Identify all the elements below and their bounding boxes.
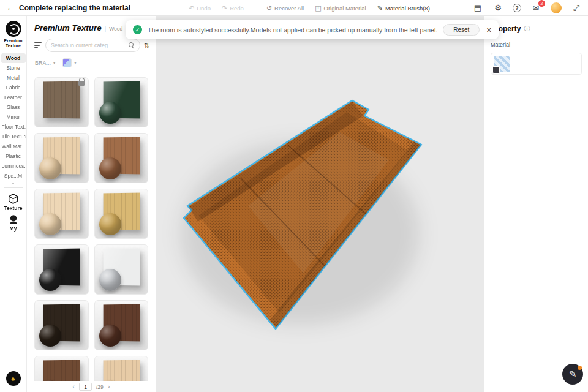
filter-icon[interactable] xyxy=(34,42,42,48)
sidebar-item-floor-text[interactable]: Floor Text... xyxy=(1,122,26,132)
search-row: ⇅ xyxy=(34,39,149,52)
notification-badge: 2 xyxy=(538,0,545,7)
material-preview xyxy=(35,301,88,350)
material-tile[interactable] xyxy=(34,133,89,183)
asset-library-icon[interactable]: ▤ xyxy=(472,2,483,13)
material-tile[interactable] xyxy=(94,356,149,381)
material-grid xyxy=(34,77,148,381)
color-filter-dropdown[interactable] xyxy=(62,58,72,67)
sidebar-item-metal[interactable]: Metal xyxy=(1,73,26,83)
search-box xyxy=(45,39,140,52)
toolbar-original-material-button[interactable]: ◳Original Material xyxy=(315,4,366,12)
scene xyxy=(156,16,484,392)
help-icon[interactable]: ? xyxy=(513,4,521,12)
toolbar-label: Redo xyxy=(230,5,244,12)
panel-title-divider: | xyxy=(105,26,106,32)
edit-fab-button[interactable]: ✎ xyxy=(562,364,583,385)
next-page-icon[interactable]: › xyxy=(108,383,110,390)
sidebar-item-glass[interactable]: Glass xyxy=(1,102,26,112)
material-panel-swatch xyxy=(103,360,140,381)
material-tile[interactable] xyxy=(34,244,89,295)
material-sphere-swatch xyxy=(99,157,121,179)
property-panel: Property ⓘ Material xyxy=(484,16,588,392)
material-panel-swatch xyxy=(43,81,80,119)
material-tile[interactable] xyxy=(94,189,149,239)
sidebar-item-texture[interactable]: Texture xyxy=(4,194,22,211)
my-library-icon xyxy=(9,214,18,224)
messages-icon[interactable]: ✉2 xyxy=(530,2,541,13)
material-preview xyxy=(35,356,88,381)
toolbar-recover-all-button[interactable]: ↺Recover All xyxy=(266,4,304,12)
prev-page-icon[interactable]: ‹ xyxy=(73,383,75,390)
sidebar-item-mirror[interactable]: Mirror xyxy=(1,112,26,122)
material-sphere-swatch xyxy=(39,325,61,347)
brand-filter-row: BRA... ▾ ▾ xyxy=(35,58,156,67)
close-icon[interactable]: × xyxy=(486,26,491,34)
search-icon[interactable] xyxy=(129,42,135,48)
material-tile[interactable] xyxy=(34,77,89,127)
reset-button[interactable]: Reset xyxy=(443,24,480,36)
material-preview xyxy=(95,245,148,294)
redo-icon: ↷ xyxy=(222,4,227,12)
premium-texture-logo[interactable] xyxy=(6,21,21,37)
toolbar-material-brush-button[interactable]: ✎Material Brush(8) xyxy=(377,4,430,12)
brand-filter-dropdown[interactable]: BRA... xyxy=(35,60,51,66)
material-tile[interactable] xyxy=(94,77,149,127)
material-preview xyxy=(95,134,148,183)
material-tile[interactable] xyxy=(94,244,149,295)
material-sphere-swatch xyxy=(39,213,61,235)
material-tile[interactable] xyxy=(94,133,149,183)
current-material-box[interactable] xyxy=(491,53,582,75)
toolbar-undo-button[interactable]: ↶Undo xyxy=(189,4,211,12)
chevron-down-icon: ▾ xyxy=(74,61,76,66)
sidebar-item-tile-texture[interactable]: Tile Texture xyxy=(1,132,26,141)
pagination: ‹ 1 /29 › xyxy=(27,382,156,392)
toolbar-redo-button[interactable]: ↷Redo xyxy=(222,4,244,12)
chevron-down-icon: ▾ xyxy=(53,61,55,66)
material-preview xyxy=(95,356,148,381)
search-input[interactable] xyxy=(51,42,126,48)
undo-icon: ↶ xyxy=(189,4,194,12)
material-preview xyxy=(35,245,88,294)
info-icon[interactable]: ⓘ xyxy=(524,24,530,33)
material-preview xyxy=(35,189,88,238)
page-title: Complete replacing the material xyxy=(19,4,130,12)
material-preview xyxy=(35,78,88,127)
rail-categories: WoodStoneMetalFabricLeatherGlassMirrorFl… xyxy=(0,53,26,181)
sidebar-item-fabric[interactable]: Fabric xyxy=(1,83,26,92)
material-preview xyxy=(35,134,88,183)
viewport-canvas[interactable] xyxy=(156,16,484,392)
material-sphere-swatch xyxy=(39,269,61,291)
sidebar-item-wood[interactable]: Wood xyxy=(1,53,26,63)
back-icon[interactable]: ← xyxy=(6,3,14,12)
sidebar-rail: Premium Texture WoodStoneMetalFabricLeat… xyxy=(0,16,27,392)
logo-label: Premium Texture xyxy=(1,39,26,49)
sidebar-item-plastic[interactable]: Plastic xyxy=(1,151,26,161)
avatar-icon[interactable] xyxy=(551,2,562,13)
current-page[interactable]: 1 xyxy=(79,383,92,391)
material-brush-icon: ✎ xyxy=(377,4,383,12)
material-tile[interactable] xyxy=(94,300,149,350)
material-tile[interactable] xyxy=(34,356,89,381)
sidebar-item-spe-m[interactable]: Spe...M xyxy=(1,171,26,181)
sidebar-item-leather[interactable]: Leather xyxy=(1,92,26,102)
collapse-chevron-icon[interactable]: ▴ xyxy=(12,181,15,184)
fullscreen-icon[interactable]: ⤢ xyxy=(571,2,582,13)
toolbar-label: Original Material xyxy=(324,5,366,12)
membership-spade-icon[interactable]: ♠ xyxy=(6,371,21,386)
toolbar-label: Recover All xyxy=(274,5,304,12)
settings-icon[interactable]: ⚙ xyxy=(492,2,503,13)
app-window: ← Complete replacing the material ↶Undo↷… xyxy=(0,0,588,392)
sidebar-item-luminous[interactable]: Luminous... xyxy=(1,161,26,171)
sidebar-item-my[interactable]: My xyxy=(9,214,18,232)
material-tile[interactable] xyxy=(34,189,89,239)
material-tile[interactable] xyxy=(34,300,89,350)
my-section-label: My xyxy=(10,225,17,232)
sidebar-item-stone[interactable]: Stone xyxy=(1,63,26,73)
sort-icon[interactable]: ⇅ xyxy=(144,42,149,50)
sidebar-item-wall-mat[interactable]: Wall Mat... xyxy=(1,141,26,151)
panel-subtitle: Wood xyxy=(109,26,123,32)
toast-message: The room is autostyled successfully.Mode… xyxy=(148,26,437,34)
material-sphere-swatch xyxy=(39,157,61,179)
toolbar-label: Undo xyxy=(197,5,211,12)
